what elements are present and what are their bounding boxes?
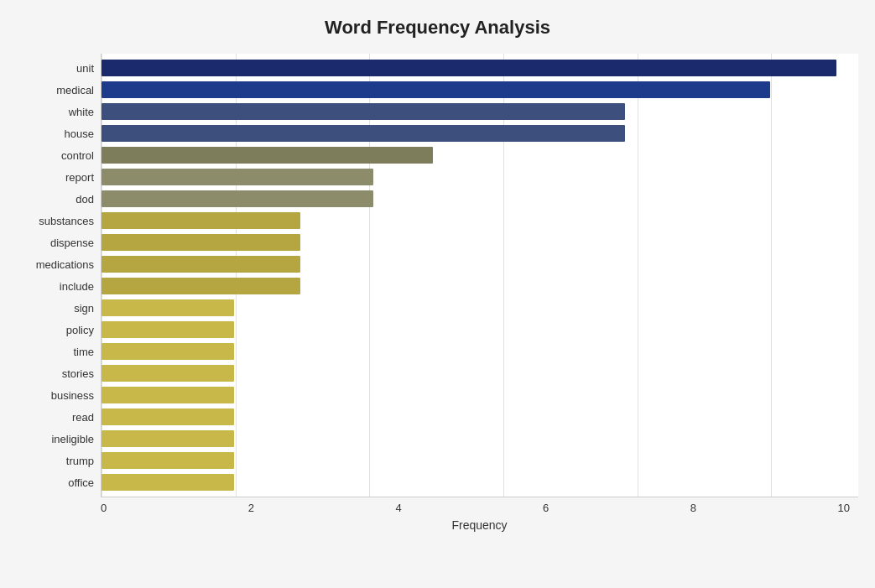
- bar-row: [102, 450, 850, 471]
- bar-row: [102, 166, 850, 188]
- bar-row: [102, 210, 850, 232]
- x-tick: 8: [690, 502, 696, 514]
- y-axis-label: house: [65, 122, 94, 144]
- bar: [102, 474, 234, 491]
- bar: [102, 430, 234, 447]
- bar-row: [102, 471, 850, 493]
- y-axis-label: medical: [56, 79, 94, 101]
- y-axis-label: control: [61, 144, 94, 166]
- chart-container: Word Frequency Analysis unitmedicalwhite…: [0, 0, 875, 588]
- y-axis-label: business: [51, 385, 94, 407]
- x-axis: 0246810: [101, 497, 858, 514]
- y-axis-label: white: [69, 101, 94, 122]
- x-tick: 4: [395, 502, 401, 514]
- bars-section: unitmedicalwhitehousecontrolreportdodsub…: [17, 54, 858, 497]
- bar: [102, 125, 625, 142]
- bar: [102, 452, 234, 469]
- y-axis-label: read: [72, 407, 94, 429]
- bar-row: [102, 406, 850, 428]
- y-axis-label: ineligible: [51, 429, 94, 450]
- bar: [102, 60, 836, 76]
- bar: [102, 234, 300, 251]
- bar-row: [102, 362, 850, 384]
- y-axis-label: dod: [76, 188, 94, 210]
- y-axis-label: dispense: [50, 232, 94, 253]
- bar: [102, 387, 234, 403]
- bar-row: [102, 144, 850, 166]
- bar-row: [102, 319, 850, 341]
- bar-row: [102, 384, 850, 406]
- bar: [102, 190, 373, 207]
- y-axis-label: office: [68, 472, 94, 494]
- bar: [102, 321, 234, 338]
- y-axis-label: substances: [39, 210, 94, 232]
- bar: [102, 147, 433, 164]
- x-tick: 2: [248, 502, 254, 514]
- y-axis-label: include: [60, 275, 94, 297]
- y-axis-label: trump: [66, 450, 94, 472]
- y-axis-label: report: [65, 166, 94, 188]
- bar-row: [102, 188, 850, 210]
- y-axis-label: sign: [74, 298, 94, 320]
- bar-row: [102, 275, 850, 297]
- y-axis-label: policy: [66, 320, 94, 341]
- bar: [102, 212, 300, 229]
- bar: [102, 408, 234, 425]
- bar: [102, 103, 625, 120]
- bar-row: [102, 428, 850, 450]
- bars-area: [101, 54, 858, 497]
- bar-row: [102, 101, 850, 122]
- x-tick: 0: [101, 502, 107, 514]
- bar: [102, 169, 373, 185]
- bar: [102, 299, 234, 316]
- bar-row: [102, 57, 850, 79]
- y-axis-label: unit: [76, 57, 94, 79]
- bar-row: [102, 341, 850, 362]
- bar: [102, 256, 300, 273]
- bar: [102, 343, 234, 360]
- x-tick: 6: [543, 502, 549, 514]
- y-axis-label: time: [73, 341, 94, 363]
- bar-row: [102, 297, 850, 319]
- bar: [102, 365, 234, 382]
- bar-row: [102, 79, 850, 101]
- bar-row: [102, 253, 850, 275]
- bar: [102, 278, 300, 294]
- y-axis-label: stories: [62, 363, 94, 385]
- x-tick: 10: [838, 502, 850, 514]
- y-axis-label: medications: [36, 253, 94, 275]
- chart-area: unitmedicalwhitehousecontrolreportdodsub…: [17, 54, 858, 507]
- y-labels: unitmedicalwhitehousecontrolreportdodsub…: [17, 54, 101, 497]
- bar: [102, 81, 770, 98]
- chart-title: Word Frequency Analysis: [17, 17, 858, 39]
- x-axis-label: Frequency: [101, 518, 858, 532]
- bar-row: [102, 122, 850, 144]
- bar-row: [102, 232, 850, 253]
